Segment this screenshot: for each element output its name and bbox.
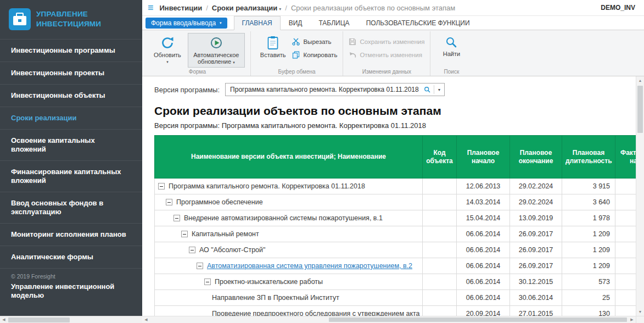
breadcrumb-root[interactable]: Инвестиции	[160, 4, 203, 12]
column-header-name[interactable]: Наименование версии объекта инвестиций; …	[155, 136, 423, 179]
form-io-button[interactable]: Форма ввода/вывода ▾	[145, 18, 227, 29]
sidebar: УПРАВЛЕНИЕ ИНВЕСТИЦИЯМИ Инвестиционные п…	[0, 0, 142, 323]
search-icon[interactable]	[424, 86, 431, 93]
cell-plan-duration: 1 209	[562, 258, 615, 274]
ribbon-tab-label: ВИД	[289, 19, 303, 27]
cell-plan-start: 14.03.2014	[457, 194, 510, 210]
table-row[interactable]: Направление ЗП в Проектный Институт 06.0…	[155, 290, 644, 306]
horizontal-scrollbar-thumb[interactable]	[329, 318, 627, 322]
column-header-code[interactable]: Код объекта	[423, 136, 457, 179]
paste-label: Вставить	[260, 52, 286, 58]
cell-plan-duration: 573	[562, 274, 615, 290]
collapse-toggle-icon[interactable]	[197, 263, 203, 269]
collapse-toggle-icon[interactable]	[166, 199, 172, 205]
scroll-right-icon[interactable]: ▶	[628, 316, 636, 323]
ribbon-group-label-form: Форма	[144, 69, 250, 75]
table-row[interactable]: Автоматизированная система управления по…	[155, 258, 644, 274]
sidebar-item[interactable]: Инвестиционные объекты	[0, 84, 142, 107]
table-row[interactable]: Программное обеспечение 14.03.2014 29.02…	[155, 194, 644, 210]
cell-plan-end: 26.09.2017	[510, 258, 562, 274]
vertical-scrollbar-thumb[interactable]	[637, 86, 643, 133]
ribbon-tab[interactable]: ПОЛЬЗОВАТЕЛЬСКИЕ ФУНКЦИИ	[358, 16, 478, 30]
refresh-icon	[160, 36, 175, 50]
ribbon-tab-label: ПОЛЬЗОВАТЕЛЬСКИЕ ФУНКЦИИ	[366, 19, 470, 27]
undo-changes-button[interactable]: Отменить изменения	[349, 51, 424, 59]
auto-refresh-icon	[209, 36, 223, 50]
ribbon-group-label-clipboard: Буфер обмена	[251, 69, 343, 75]
auto-refresh-button[interactable]: Автоматическое обновление ▾	[188, 33, 245, 68]
ribbon-group-changes: Сохранить изменения Отменить изменения И…	[343, 31, 430, 76]
table-row[interactable]: Проектно-изыскательские работы 06.06.201…	[155, 274, 644, 290]
collapse-toggle-icon[interactable]	[173, 215, 180, 221]
refresh-button[interactable]: Обновить ▾	[150, 33, 185, 66]
auto-refresh-label: Автоматическое обновление ▾	[192, 52, 241, 66]
scroll-left-icon[interactable]: ◀	[0, 316, 8, 323]
version-combobox[interactable]: Программа капитального ремонта. Корректи…	[225, 83, 445, 96]
scrollbar-corner	[636, 316, 644, 323]
sidebar-item[interactable]: Ввод основных фондов в эксплуатацию	[0, 192, 142, 223]
breadcrumb-current: Сроки реализации объектов по основным эт…	[291, 4, 455, 12]
sidebar-scrollbar-thumb[interactable]	[8, 318, 70, 322]
sidebar-item[interactable]: Инвестиционные проекты	[0, 62, 142, 84]
sidebar-item[interactable]: Финансирование капитальных вложений	[0, 160, 142, 192]
sidebar-item-model-management[interactable]: Управление инвестиционной моделью	[0, 281, 142, 302]
cell-plan-end: 29.02.2024	[510, 194, 562, 210]
scroll-up-icon[interactable]: ▲	[636, 76, 644, 85]
chevron-down-icon: ▾	[233, 60, 235, 64]
sidebar-item[interactable]: Сроки реализации	[0, 107, 142, 129]
app-title-line2: ИНВЕСТИЦИЯМИ	[36, 19, 101, 29]
chevron-down-icon[interactable]: ▾	[437, 87, 441, 92]
collapse-toggle-icon[interactable]	[204, 279, 211, 285]
paste-button[interactable]: Вставить	[256, 33, 290, 60]
ribbon-tab[interactable]: ГЛАВНАЯ	[234, 16, 281, 30]
sidebar-item[interactable]: Аналитические формы	[0, 246, 142, 268]
app-window: УПРАВЛЕНИЕ ИНВЕСТИЦИЯМИ Инвестиционные п…	[0, 0, 644, 323]
search-icon	[445, 36, 458, 49]
table-row[interactable]: Капитальный ремонт 06.06.2014 26.09.2017…	[155, 226, 644, 242]
user-badge[interactable]: DEMO_INV	[601, 4, 635, 12]
sidebar-item[interactable]: Освоение капитальных вложений	[0, 129, 142, 160]
sidebar-item[interactable]: Инвестиционные программы	[0, 39, 142, 62]
column-header-plan-start[interactable]: Плановое начало	[457, 136, 510, 179]
cut-label: Вырезать	[303, 38, 331, 45]
find-button[interactable]: Найти	[436, 33, 467, 59]
collapse-toggle-icon[interactable]	[181, 231, 188, 237]
breadcrumb-section[interactable]: Сроки реализации▾	[212, 4, 282, 12]
version-label: Версия программы:	[154, 86, 220, 94]
column-header-plan-end[interactable]: Плановое окончание	[510, 136, 562, 179]
cell-plan-end: 26.09.2017	[510, 242, 562, 258]
object-name: Программное обеспечение	[176, 198, 263, 206]
app-title-line1: УПРАВЛЕНИЕ	[36, 9, 101, 19]
object-name[interactable]: Автоматизированная система управления по…	[207, 262, 412, 270]
cell-object-code	[423, 290, 457, 306]
horizontal-scrollbar[interactable]: ◀ ▶	[142, 316, 636, 323]
collapse-toggle-icon[interactable]	[189, 247, 195, 253]
ribbon-tab[interactable]: ТАБЛИЦА	[310, 16, 357, 30]
refresh-label: Обновить	[154, 52, 181, 58]
scissors-icon	[292, 38, 300, 46]
save-changes-button[interactable]: Сохранить изменения	[349, 38, 424, 46]
scroll-left-icon[interactable]: ◀	[142, 316, 150, 323]
ribbon-group-label-search: Поиск	[430, 69, 472, 75]
vertical-scrollbar[interactable]: ▲ ▼	[636, 76, 644, 316]
scroll-down-icon[interactable]: ▼	[636, 308, 644, 316]
collapse-toggle-icon[interactable]	[158, 183, 165, 190]
ribbon-tab-strip: Форма ввода/вывода ▾ ГЛАВНАЯВИДТАБЛИЦАПО…	[142, 16, 644, 30]
cell-plan-duration: 1 209	[562, 242, 615, 258]
form-content: Версия программы: Программа капитального…	[142, 76, 644, 323]
sidebar-item[interactable]: Мониторинг исполнения планов	[0, 223, 142, 246]
table-row[interactable]: Программа капитального ремонта. Корректи…	[155, 179, 644, 194]
object-name: Программа капитального ремонта. Корректи…	[169, 182, 365, 190]
menu-icon[interactable]: ≡	[148, 3, 154, 13]
table-row[interactable]: АО "Абсолют-Строй" 06.06.2014 26.09.2017…	[155, 242, 644, 258]
copy-button[interactable]: Копировать	[292, 51, 337, 59]
app-logo[interactable]: УПРАВЛЕНИЕ ИНВЕСТИЦИЯМИ	[0, 0, 142, 39]
column-header-plan-duration[interactable]: Плановая длительность	[562, 136, 615, 179]
sidebar-horizontal-scrollbar[interactable]: ◀	[0, 316, 142, 323]
breadcrumb-separator: /	[206, 4, 208, 12]
table-row[interactable]: Внедрение автоматизированной системы пож…	[155, 210, 644, 226]
cut-button[interactable]: Вырезать	[292, 38, 337, 46]
ribbon-tab[interactable]: ВИД	[281, 16, 311, 30]
data-table: Наименование версии объекта инвестиций; …	[154, 135, 644, 322]
cell-plan-duration: 3 915	[562, 179, 615, 194]
